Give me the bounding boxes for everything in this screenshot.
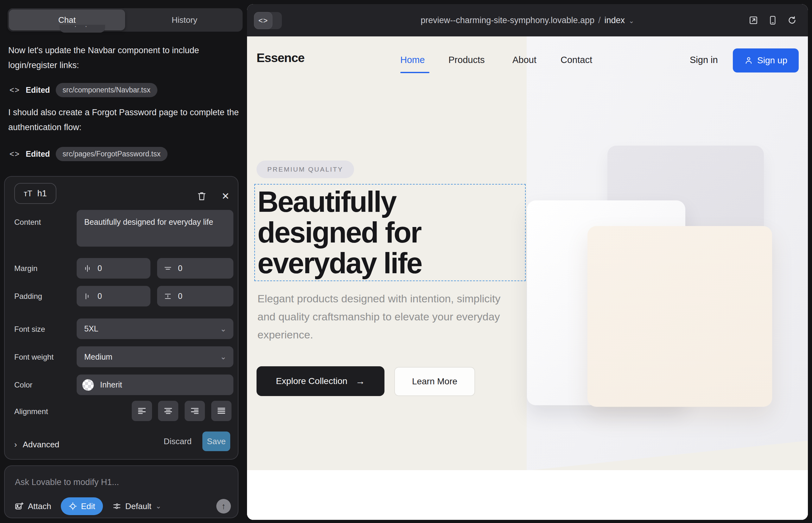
chevron-down-icon: ⌄ (629, 17, 634, 25)
site-logo[interactable]: Essence (257, 51, 304, 65)
hero-paragraph: Elegant products designed with intention… (258, 290, 514, 344)
font-size-select[interactable]: 5XL ⌄ (77, 319, 233, 339)
code-icon: <> (10, 149, 20, 159)
user-icon (744, 56, 753, 65)
padding-vertical-icon (163, 292, 172, 301)
padding-horizontal-input[interactable]: 0 (77, 286, 151, 306)
margin-vertical-icon (163, 264, 172, 273)
attach-image-icon (14, 502, 24, 511)
padding-vertical-input[interactable]: 0 (157, 286, 233, 306)
attach-button[interactable]: Attach (14, 502, 51, 511)
align-right-button[interactable] (184, 401, 205, 421)
preview-panel: <> preview--charming-site-symphony.lovab… (247, 4, 808, 520)
element-editor-panel: тT h1 ✕ Content Beautifully designed for… (4, 176, 239, 460)
content-label: Content (14, 217, 41, 227)
model-default-selector[interactable]: Default ⌄ (112, 502, 161, 511)
code-icon: <> (10, 86, 20, 95)
sign-in-link[interactable]: Sign in (690, 55, 718, 65)
decorative-card-peach (587, 226, 772, 407)
prompt-placeholder: Ask Lovable to modify H1... (15, 477, 119, 487)
align-justify-icon (216, 406, 226, 416)
site-viewport: Essence Home Products About Contact Sign… (247, 36, 808, 520)
nav-link-about[interactable]: About (512, 55, 536, 65)
preview-url-bar[interactable]: preview--charming-site-symphony.lovable.… (247, 4, 808, 36)
margin-vertical-input[interactable]: 0 (157, 258, 233, 278)
padding-horizontal-value: 0 (98, 292, 102, 301)
hero-heading[interactable]: Beautifully designed for everyday life (258, 186, 422, 278)
explore-collection-button[interactable]: Explore Collection → (257, 366, 385, 396)
sliders-icon (112, 502, 121, 511)
align-center-icon (163, 406, 173, 416)
nav-link-products[interactable]: Products (448, 55, 484, 65)
margin-vertical-value: 0 (178, 264, 182, 273)
nav-link-home[interactable]: Home (400, 55, 425, 65)
margin-horizontal-input[interactable]: 0 (77, 258, 151, 278)
hero-heading-line: everyday life (258, 248, 422, 278)
align-left-button[interactable] (132, 401, 152, 421)
advanced-label: Advanced (23, 440, 59, 450)
advanced-toggle[interactable]: › Advanced (14, 438, 59, 451)
url-host: preview--charming-site-symphony.lovable.… (421, 16, 595, 25)
margin-horizontal-icon (83, 264, 92, 273)
color-value: Inherit (100, 380, 122, 390)
file-path-badge[interactable]: src/pages/ForgotPassword.tsx (56, 147, 167, 161)
font-size-value: 5XL (84, 324, 98, 333)
align-center-button[interactable] (158, 401, 178, 421)
default-label: Default (125, 502, 152, 511)
close-editor-button[interactable]: ✕ (217, 188, 234, 204)
attach-label: Attach (28, 502, 51, 511)
delete-element-button[interactable] (194, 188, 210, 204)
section-below-hero (247, 470, 808, 520)
explore-collection-label: Explore Collection (276, 376, 348, 386)
site-navbar: Essence Home Products About Contact Sign… (247, 36, 808, 84)
send-button[interactable]: ↑ (216, 499, 231, 513)
premium-quality-badge: PREMIUM QUALITY (257, 161, 354, 178)
save-button[interactable]: Save (202, 432, 230, 451)
edited-label: Edited (26, 86, 50, 95)
chevron-down-icon: ⌄ (220, 353, 226, 361)
hero-heading-line: Beautifully (258, 186, 422, 217)
mobile-view-button[interactable] (768, 15, 777, 25)
edited-label: Edited (26, 149, 50, 159)
content-input[interactable]: Beautifully designed for everyday life (77, 210, 233, 247)
sign-up-button[interactable]: Sign up (733, 49, 799, 72)
prompt-input-box[interactable]: Ask Lovable to modify H1... Attach Edit (4, 465, 239, 518)
element-tag-label: h1 (37, 189, 47, 198)
url-separator: / (598, 16, 601, 25)
file-path-badge[interactable]: src/components/Navbar.tsx (56, 83, 157, 97)
margin-label: Margin (14, 264, 37, 273)
alignment-label: Alignment (14, 407, 48, 417)
color-label: Color (14, 380, 32, 390)
lovable-sidebar: Chat History · · Now let's update the Na… (0, 0, 247, 523)
refresh-button[interactable] (787, 15, 797, 25)
chat-history-tabbar: Chat History (7, 8, 243, 32)
color-swatch-transparent (82, 379, 94, 391)
font-weight-value: Medium (84, 353, 112, 362)
edit-label: Edit (81, 502, 95, 511)
align-left-icon (137, 406, 147, 416)
learn-more-button[interactable]: Learn More (394, 367, 475, 396)
tab-history[interactable]: History (126, 8, 243, 32)
active-nav-underline (400, 72, 429, 73)
open-external-button[interactable] (748, 15, 758, 25)
discard-button[interactable]: Discard (164, 437, 192, 446)
nav-link-contact[interactable]: Contact (561, 55, 592, 65)
padding-label: Padding (14, 291, 42, 301)
align-justify-button[interactable] (211, 401, 231, 421)
margin-horizontal-value: 0 (98, 264, 102, 273)
color-select[interactable]: Inherit (77, 375, 233, 395)
sign-up-label: Sign up (757, 55, 787, 66)
scrolled-badge-fragment: · · (59, 25, 105, 33)
hero-heading-line: designed for (258, 217, 422, 248)
arrow-right-icon: → (356, 376, 365, 386)
preview-topbar: <> preview--charming-site-symphony.lovab… (247, 4, 808, 36)
edited-file-row: <> Edited src/components/Navbar.tsx (10, 82, 157, 98)
font-size-label: Font size (14, 324, 45, 334)
url-path: index (604, 16, 625, 25)
font-weight-select[interactable]: Medium ⌄ (77, 346, 233, 367)
selected-element-tag[interactable]: тT h1 (14, 183, 56, 204)
edit-mode-button[interactable]: Edit (61, 497, 103, 515)
align-right-icon (190, 406, 200, 416)
padding-horizontal-icon (83, 292, 92, 301)
chevron-down-icon: ⌄ (156, 502, 161, 510)
